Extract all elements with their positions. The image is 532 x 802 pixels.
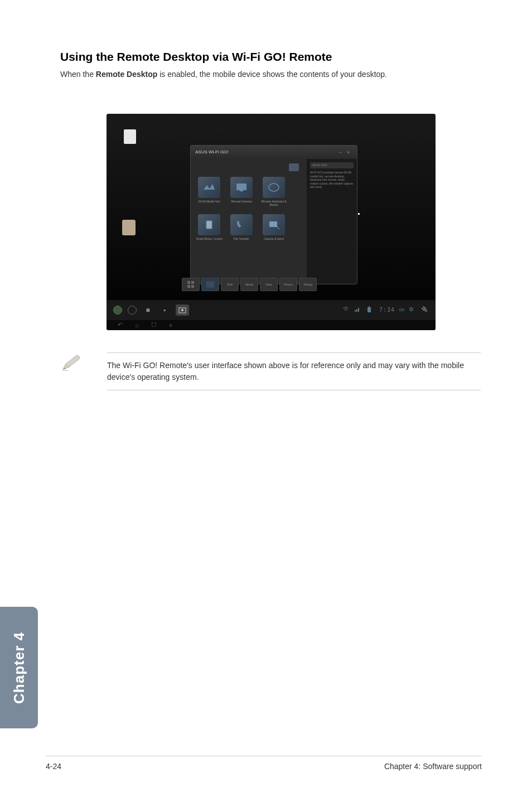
android-soft-buttons: ↶ ⌂ ☐ ≡ bbox=[107, 320, 436, 330]
svg-rect-9 bbox=[206, 281, 214, 288]
file-transfer-tile: File Transfer bbox=[228, 214, 255, 240]
remote-desktop-view: ASUS Wi-Fi GO! – × bbox=[107, 114, 436, 330]
chapter-side-tab: Chapter 4 bbox=[0, 607, 38, 728]
note-pencil-icon bbox=[61, 352, 85, 390]
status-battery-pct: 09 bbox=[399, 307, 404, 312]
taskbar-item: Photos bbox=[279, 278, 297, 291]
nav-lock-icon bbox=[113, 306, 122, 315]
windows-taskbar: Task Media Video Photos Setting bbox=[182, 278, 317, 291]
nav-circle-icon bbox=[128, 306, 137, 315]
wifi-sidebar: Wi-Fi GO! Wi-Fi GO! provides remote DLNA… bbox=[307, 159, 357, 284]
svg-rect-3 bbox=[206, 221, 212, 229]
nav-stop-icon: ■ bbox=[142, 305, 153, 316]
intro-bold: Remote Desktop bbox=[96, 70, 157, 79]
smart-motion-icon bbox=[198, 214, 220, 235]
dlna-media-hub-tile: DLNA Media Hub bbox=[195, 177, 223, 206]
back-icon: ↶ bbox=[118, 321, 123, 328]
intro-suffix: is enabled, the mobile device shows the … bbox=[157, 70, 387, 79]
remote-desktop-tile: Remote Desktop bbox=[228, 177, 255, 206]
taskbar-item: Video bbox=[260, 278, 278, 291]
battery-icon bbox=[367, 306, 375, 314]
capture-send-tile: Capture & Send bbox=[260, 214, 288, 240]
wifi-window-title: ASUS Wi-Fi GO! bbox=[195, 149, 229, 154]
taskbar-item: Setting bbox=[299, 278, 317, 291]
intro-paragraph: When the Remote Desktop is enabled, the … bbox=[60, 69, 482, 80]
desktop-shortcut-folder bbox=[122, 220, 138, 240]
note-text: The Wi-Fi GO! Remote's user interface sh… bbox=[107, 352, 481, 390]
wifi-icon bbox=[342, 306, 350, 314]
wifi-main-panel: DLNA Media Hub Remote Desktop bbox=[191, 159, 307, 284]
nav-screenshot-icon bbox=[176, 305, 189, 316]
smart-motion-tile: Smart Motion Control bbox=[195, 214, 223, 240]
svg-rect-5 bbox=[187, 281, 190, 284]
svg-rect-8 bbox=[191, 285, 194, 288]
remote-keyboard-tile: Remote Keyboard & Mouse bbox=[260, 177, 288, 206]
close-icon: × bbox=[347, 149, 352, 155]
android-nav-bar: ■ ▪ 7:34 09 bbox=[107, 300, 436, 320]
taskbar-explorer-icon bbox=[201, 278, 219, 291]
svg-point-11 bbox=[181, 309, 183, 311]
svg-rect-0 bbox=[236, 183, 246, 190]
intro-prefix: When the bbox=[60, 70, 96, 79]
svg-rect-7 bbox=[187, 285, 190, 288]
taskbar-item: Task bbox=[221, 278, 239, 291]
note-callout: The Wi-Fi GO! Remote's user interface sh… bbox=[60, 352, 482, 390]
taskbar-item: Media bbox=[240, 278, 258, 291]
recent-icon: ☐ bbox=[151, 321, 157, 328]
home-icon: ⌂ bbox=[135, 322, 139, 328]
wifi-go-window: ASUS Wi-Fi GO! – × bbox=[190, 145, 357, 284]
dlna-icon bbox=[198, 177, 220, 198]
wifi-window-titlebar: ASUS Wi-Fi GO! – × bbox=[191, 146, 357, 159]
svg-rect-15 bbox=[367, 307, 371, 312]
svg-rect-1 bbox=[240, 190, 243, 191]
capture-icon bbox=[263, 214, 285, 235]
svg-rect-13 bbox=[356, 309, 357, 312]
plug-icon: 🔌 bbox=[421, 306, 429, 314]
cursor-dot bbox=[358, 213, 360, 215]
svg-rect-14 bbox=[358, 308, 359, 312]
menu-icon: ≡ bbox=[169, 322, 172, 328]
svg-rect-16 bbox=[369, 306, 370, 307]
chapter-tab-label: Chapter 4 bbox=[11, 632, 28, 704]
svg-point-2 bbox=[269, 183, 279, 191]
minimize-icon: – bbox=[339, 149, 345, 155]
signal-icon bbox=[355, 306, 362, 314]
svg-rect-6 bbox=[191, 281, 194, 284]
chapter-title: Chapter 4: Software support bbox=[384, 762, 482, 771]
tablet-screenshot: ASUS Wi-Fi GO! – × bbox=[107, 114, 436, 330]
taskbar-start-icon bbox=[182, 278, 200, 291]
status-time: 7:34 bbox=[379, 307, 395, 313]
desktop-shortcut-recycle bbox=[122, 129, 138, 149]
settings-icon: ⚙ bbox=[409, 306, 417, 314]
nav-square-icon: ▪ bbox=[159, 305, 170, 316]
page-number: 4-24 bbox=[46, 762, 61, 771]
section-heading: Using the Remote Desktop via Wi-Fi GO! R… bbox=[60, 50, 482, 64]
wifi-sidebar-title: Wi-Fi GO! bbox=[310, 162, 354, 169]
mouse-icon bbox=[263, 177, 285, 198]
page-footer: 4-24 Chapter 4: Software support bbox=[46, 756, 482, 771]
wifi-sidebar-desc: Wi-Fi GO! provides remote DLNA media hub… bbox=[310, 171, 354, 189]
settings-icon bbox=[289, 163, 299, 171]
file-transfer-icon bbox=[230, 214, 253, 235]
svg-rect-12 bbox=[355, 310, 356, 312]
remote-desktop-icon bbox=[230, 177, 253, 198]
